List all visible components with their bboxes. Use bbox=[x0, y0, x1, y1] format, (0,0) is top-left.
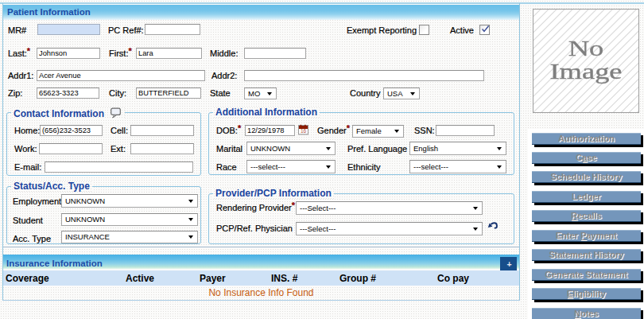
svg-text:16: 16 bbox=[301, 128, 307, 134]
